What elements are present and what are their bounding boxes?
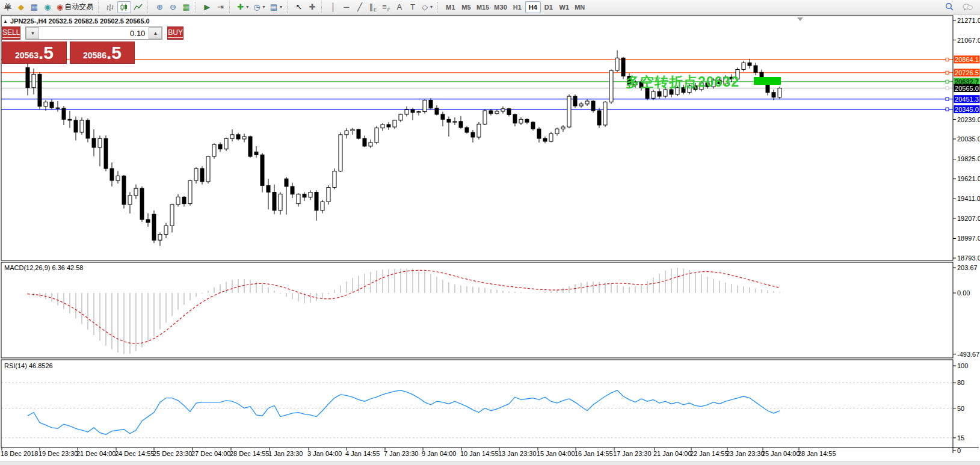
price-level-labels: 20864.120726.520632.720565.020451.320345…	[954, 55, 980, 113]
chart-shift-marker-icon[interactable]	[797, 17, 803, 21]
channel-button[interactable]: ∥E	[366, 1, 380, 13]
label-button[interactable]: T	[406, 1, 419, 13]
text-button[interactable]: A	[393, 1, 406, 13]
toolbar-separator	[321, 2, 325, 13]
window-bottom-strip	[0, 461, 980, 465]
volume-up-button[interactable]: ▲	[149, 27, 162, 39]
svg-text:22 Jan 14:55: 22 Jan 14:55	[690, 450, 729, 457]
chart-shift-icon[interactable]: ⇥	[214, 1, 227, 13]
svg-text:3 Jan 04:00: 3 Jan 04:00	[307, 450, 342, 457]
svg-text:27 Dec 04:00: 27 Dec 04:00	[191, 450, 230, 457]
periods-button[interactable]: ◷▾	[251, 1, 267, 13]
svg-text:17 Jan 23:30: 17 Jan 23:30	[613, 450, 652, 457]
buy-button[interactable]: BUY	[167, 26, 183, 40]
hline-button[interactable]: ─	[340, 1, 353, 13]
svg-text:25 Jan 04:00: 25 Jan 04:00	[762, 450, 800, 457]
svg-text:19411.0: 19411.0	[957, 195, 980, 202]
sell-price[interactable]: 20563.5	[2, 42, 67, 64]
panel-borders	[1, 16, 979, 453]
toolbar-separator	[195, 2, 199, 13]
rsi-panel	[1, 383, 953, 438]
svg-text:4 Jan 14:55: 4 Jan 14:55	[345, 450, 380, 457]
svg-text:9 Jan 04:00: 9 Jan 04:00	[422, 450, 457, 457]
crosshair-button[interactable]: ✚	[306, 1, 319, 13]
svg-text:21 Dec 04:00: 21 Dec 04:00	[76, 450, 116, 457]
svg-text:19621.0: 19621.0	[957, 175, 980, 182]
timeframe-m30[interactable]: M30	[492, 1, 509, 13]
one-click-trading-panel: SELL ▼ ▲ BUY 20563.5 20586.5	[2, 26, 135, 64]
zoom-out-icon[interactable]: ⊖	[166, 1, 179, 13]
svg-text:20451.3: 20451.3	[955, 96, 979, 103]
shapes-button[interactable]: ◇▾	[419, 1, 435, 13]
svg-text:80: 80	[957, 379, 964, 386]
cursor-button[interactable]: ↖	[292, 1, 306, 13]
svg-text:20345.0: 20345.0	[955, 106, 979, 113]
volume-stepper: ▼ ▲	[25, 26, 162, 40]
timeframe-m1[interactable]: M1	[443, 1, 458, 13]
svg-text:20239.0: 20239.0	[957, 116, 980, 123]
collapse-icon[interactable]: ▲	[3, 19, 8, 24]
time-axis: 18 Dec 201819 Dec 23:3021 Dec 04:0024 De…	[1, 448, 836, 457]
autotrading-button[interactable]: ◉自动交易	[54, 1, 96, 13]
tile-windows-icon[interactable]: ▦	[179, 1, 193, 13]
svg-text:16 Jan 14:55: 16 Jan 14:55	[575, 450, 613, 457]
new-order-button[interactable]: 单	[1, 1, 14, 13]
svg-text:18 Dec 2018: 18 Dec 2018	[1, 450, 38, 457]
timeframe-h4[interactable]: H4	[525, 1, 541, 13]
volume-down-button[interactable]: ▼	[26, 27, 39, 39]
svg-text:23 Jan 23:30: 23 Jan 23:30	[726, 450, 765, 457]
timeframe-w1[interactable]: W1	[556, 1, 572, 13]
zoom-in-icon[interactable]: ⊕	[153, 1, 166, 13]
indicators-button[interactable]: ✚▾	[235, 1, 251, 13]
toolbar-separator	[147, 2, 151, 13]
new-chart-icon[interactable]: ▦	[28, 1, 41, 13]
svg-text:20035.0: 20035.0	[957, 135, 980, 143]
toolbar: 单◆▦◉◉自动交易⊕⊖▦▶⇥✚▾◷▾▤▾↖✚│─╱∥E≡FAT◇▾M1M5M15…	[0, 0, 980, 14]
symbol-title: JPN225-,H4 20532.5 20582.5 20502.5 20565…	[10, 17, 150, 25]
community-icon[interactable]: ◉	[41, 1, 54, 13]
svg-text:21271.0: 21271.0	[957, 17, 980, 24]
macd-signal-line	[28, 270, 780, 343]
layers-icon[interactable]: ◆	[14, 1, 28, 13]
timeframe-h1[interactable]: H1	[510, 1, 525, 13]
svg-text:20864.1: 20864.1	[955, 56, 979, 63]
svg-text:24 Dec 14:55: 24 Dec 14:55	[115, 450, 154, 457]
svg-text:21 Jan 04:00: 21 Jan 04:00	[653, 450, 692, 457]
rsi-line	[28, 390, 780, 434]
svg-text:1 Jan 23:30: 1 Jan 23:30	[268, 450, 303, 457]
chart-canvas[interactable]: 21271.021067.020239.020035.019825.019621…	[0, 0, 980, 465]
svg-text:18997.0: 18997.0	[957, 235, 980, 242]
fibonacci-button[interactable]: ≡F	[380, 1, 393, 13]
svg-text:19207.0: 19207.0	[957, 215, 980, 222]
timeframe-m15[interactable]: M15	[474, 1, 492, 13]
svg-text:19825.0: 19825.0	[957, 155, 980, 162]
svg-text:13 Jan 23:30: 13 Jan 23:30	[498, 450, 537, 457]
timeframe-d1[interactable]: D1	[541, 1, 556, 13]
candlestick-chart-icon[interactable]	[117, 1, 131, 13]
rsi-label: RSI(14) 46.8526	[4, 362, 53, 369]
bar-chart-icon[interactable]	[103, 1, 117, 13]
svg-text:10 Jan 14:55: 10 Jan 14:55	[460, 450, 499, 457]
buy-price[interactable]: 20586.5	[70, 42, 135, 64]
toolbar-separator	[287, 2, 291, 13]
search-icon[interactable]	[943, 1, 957, 13]
svg-text:18793.0: 18793.0	[957, 254, 980, 262]
svg-text:28 Dec 14:55: 28 Dec 14:55	[230, 450, 269, 457]
chat-icon[interactable]	[960, 1, 975, 13]
trendline-button[interactable]: ╱	[353, 1, 366, 13]
chart-annotation-text: 多空转折点20632	[626, 73, 739, 91]
toolbar-separator	[229, 2, 233, 13]
svg-text:0: 0	[957, 447, 961, 454]
auto-scroll-icon[interactable]: ▶	[200, 1, 214, 13]
volume-input[interactable]	[39, 27, 149, 39]
svg-text:15: 15	[957, 434, 964, 442]
svg-text:19 Dec 23:30: 19 Dec 23:30	[39, 450, 78, 457]
templates-button[interactable]: ▤▾	[268, 1, 285, 13]
svg-text:28 Jan 14:55: 28 Jan 14:55	[798, 450, 836, 457]
timeframe-m5[interactable]: M5	[458, 1, 474, 13]
line-chart-icon[interactable]	[131, 1, 145, 13]
vline-button[interactable]: │	[327, 1, 340, 13]
toolbar-separator	[437, 2, 441, 13]
timeframe-mn[interactable]: MN	[572, 1, 588, 13]
sell-button[interactable]: SELL	[2, 26, 20, 40]
